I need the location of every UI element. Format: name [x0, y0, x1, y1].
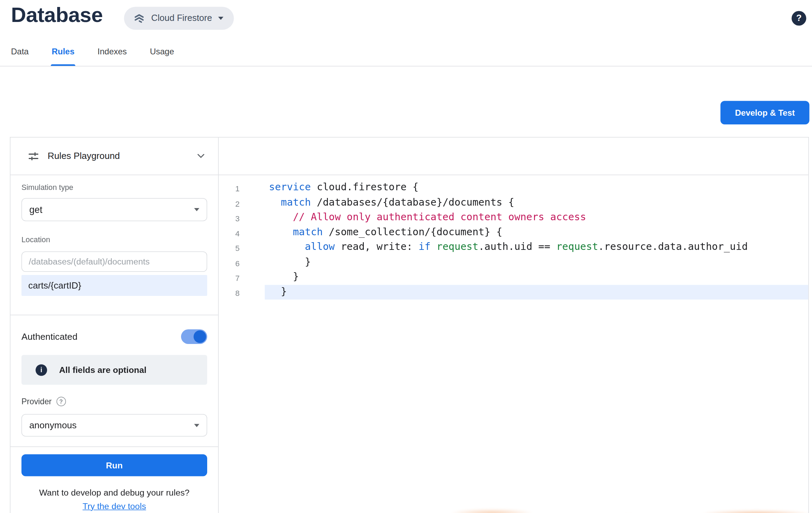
location-input[interactable]: carts/{cartID}	[22, 275, 208, 296]
line-number: 3	[219, 210, 240, 225]
tab-data[interactable]: Data	[11, 47, 29, 66]
code-line-8[interactable]: 8 }	[219, 285, 809, 300]
code-line-2[interactable]: 2 match /databases/{database}/documents …	[219, 195, 809, 210]
database-product-selector[interactable]: Cloud Firestore	[124, 7, 234, 30]
dev-tools-prompt: Want to develop and debug your rules?	[22, 488, 208, 498]
run-section: Run Want to develop and debug your rules…	[10, 447, 218, 512]
line-number: 2	[219, 195, 240, 210]
location-prefix: /databases/(default)/documents	[22, 252, 208, 272]
authenticated-toggle[interactable]	[181, 329, 207, 344]
code-lines: 1service cloud.firestore {2 match /datab…	[219, 175, 809, 300]
rules-panel: Rules Playground Simulation type get Loc…	[10, 137, 809, 513]
rules-playground-header[interactable]: Rules Playground	[10, 138, 218, 175]
tab-usage[interactable]: Usage	[150, 47, 174, 66]
help-button[interactable]: ?	[792, 11, 806, 26]
line-content: // Allow only authenticated content owne…	[265, 210, 809, 225]
line-content: match /databases/{database}/documents {	[265, 195, 809, 210]
code-line-5[interactable]: 5 allow read, write: if request.auth.uid…	[219, 240, 809, 255]
page-title: Database	[11, 3, 103, 27]
info-banner: i All fields are optional	[22, 355, 208, 385]
line-content: service cloud.firestore {	[265, 181, 809, 196]
line-number: 8	[219, 285, 240, 300]
line-content: }	[265, 270, 809, 285]
provider-select[interactable]: anonymous	[22, 414, 208, 437]
line-number: 5	[219, 240, 240, 255]
provider-value: anonymous	[29, 420, 77, 431]
develop-test-button[interactable]: Develop & Test	[721, 101, 810, 125]
dev-tools-link[interactable]: Try the dev tools	[22, 501, 208, 512]
line-content: }	[265, 285, 809, 300]
rules-code-editor[interactable]: 1service cloud.firestore {2 match /datab…	[219, 138, 809, 513]
line-number: 4	[219, 225, 240, 240]
selector-caret-icon	[218, 17, 224, 20]
line-content: }	[265, 255, 809, 270]
location-label: Location	[22, 235, 208, 244]
simulation-type-label: Simulation type	[22, 183, 208, 191]
code-line-3[interactable]: 3 // Allow only authenticated content ow…	[219, 210, 809, 225]
line-number: 6	[219, 255, 240, 270]
rules-playground-title: Rules Playground	[48, 151, 197, 162]
line-content: allow read, write: if request.auth.uid =…	[265, 240, 809, 255]
firestore-icon	[134, 13, 145, 24]
auth-section: Authenticated i All fields are optional …	[10, 315, 218, 437]
code-line-6[interactable]: 6 }	[219, 255, 809, 270]
tab-bar-divider	[0, 66, 812, 67]
rules-playground-sidebar: Rules Playground Simulation type get Loc…	[10, 138, 219, 513]
simulation-type-value: get	[29, 204, 43, 215]
line-number: 1	[219, 181, 240, 196]
collapse-chevron-icon[interactable]	[197, 154, 205, 159]
run-button[interactable]: Run	[22, 454, 208, 476]
simulation-type-select[interactable]: get	[22, 198, 208, 221]
tab-bar: Data Rules Indexes Usage	[11, 47, 174, 66]
code-line-1[interactable]: 1service cloud.firestore {	[219, 181, 809, 196]
toggle-knob	[194, 330, 206, 343]
dropdown-caret-icon	[194, 208, 200, 211]
tune-icon	[28, 150, 39, 162]
authenticated-label: Authenticated	[22, 331, 78, 342]
editor-toolbar	[219, 138, 809, 175]
line-content: match /some_collection/{document} {	[265, 225, 809, 240]
provider-help-icon[interactable]: ?	[57, 397, 66, 406]
provider-label: Provider	[22, 397, 52, 406]
line-number: 7	[219, 270, 240, 285]
firebase-database-page: Database Cloud Firestore ? Data Rules In…	[0, 0, 812, 513]
code-line-7[interactable]: 7 }	[219, 270, 809, 285]
tab-indexes[interactable]: Indexes	[98, 47, 127, 66]
tab-rules[interactable]: Rules	[52, 47, 74, 66]
info-icon: i	[36, 364, 47, 376]
dropdown-caret-icon	[194, 424, 200, 427]
simulation-section: Simulation type get Location /databases/…	[10, 175, 218, 296]
help-icon: ?	[796, 13, 802, 24]
info-text: All fields are optional	[59, 365, 146, 375]
selector-label: Cloud Firestore	[151, 13, 212, 24]
code-line-4[interactable]: 4 match /some_collection/{document} {	[219, 225, 809, 240]
